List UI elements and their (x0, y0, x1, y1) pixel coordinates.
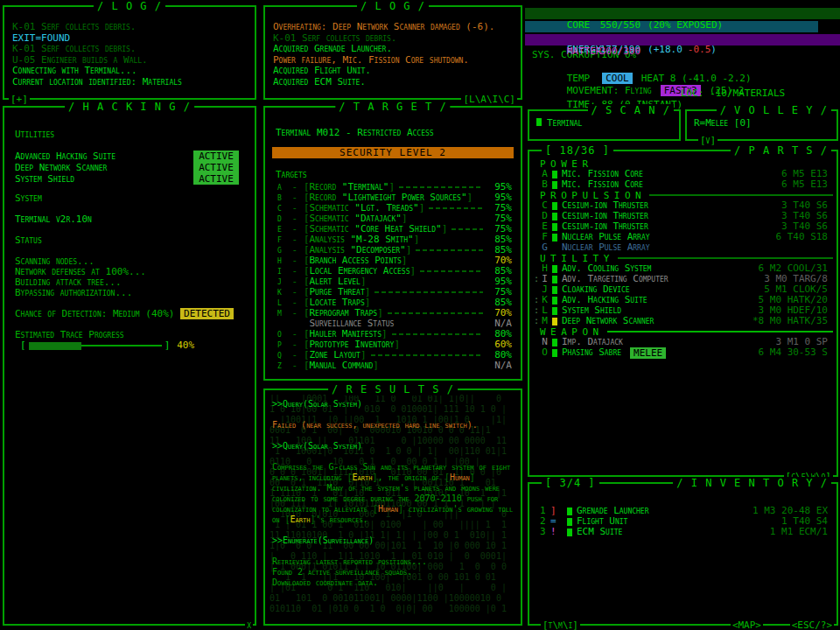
log-expand-button[interactable]: [+] (9, 94, 30, 105)
part-row[interactable]: OPhasing SabreMELEE6 M4 30-53 S (533, 347, 833, 358)
core-exposed-note: (20% EXPOSED) (648, 19, 723, 31)
target-success-chance: N/A (487, 360, 514, 371)
status-hud: CORE550/550(20% EXPOSED) ENERGY177/190(+… (525, 0, 840, 102)
part-state-icon (552, 223, 557, 231)
part-state-icon (552, 181, 557, 189)
hack-results-text: >>Query(Solar System)Failed (near succes… (272, 399, 514, 588)
time-readout: TIME: 88 (0 INSTANT) LOC: -10/MATERIALS (525, 88, 840, 99)
part-state-icon (552, 339, 557, 346)
hack-results-panel: / R E S U L T S / || |0001 100 11 0 01 0… (263, 388, 522, 626)
core-label: CORE (560, 19, 600, 31)
volley-mode-toggle[interactable]: R=Melee [0] (694, 117, 752, 129)
hack-target-panel: / T A R G E T / Terminal M012 - Restrict… (263, 106, 522, 381)
energy-paren: ) (710, 44, 717, 55)
part-state-icon (552, 307, 557, 315)
hack-target-list: a - [Record "Terminal"]95%b - [Record "L… (272, 182, 514, 371)
results-paragraph: >>Query(Solar System) (272, 399, 514, 410)
part-state-icon (552, 244, 557, 252)
part-slot-letter: M (540, 316, 550, 326)
log-panel-title: / L O G / (94, 0, 165, 12)
hacking-panel: / H A C K I N G / Utilities Advanced Hac… (3, 106, 256, 626)
part-row[interactable]: BMic. Fission Core6 M5 E13 (533, 179, 833, 190)
hacking-utilities-list: Advanced Hacking SuiteACTIVEDeep Network… (15, 150, 246, 185)
part-name: Phasing Sabre (562, 347, 621, 358)
map-button[interactable]: <MAP> (731, 620, 763, 630)
part-row[interactable]: GNuclear Pulse Array (533, 242, 833, 253)
log-line: Overheating: Deep Network Scanner damage… (273, 22, 513, 33)
system-header: System (15, 193, 246, 204)
hacking-status-line: Bypassing authorization... (15, 288, 246, 298)
detection-label: Chance of Detection: (15, 309, 113, 319)
hacking-close-button[interactable]: x (245, 620, 253, 630)
part-stats: 6 M5 E13 (781, 179, 833, 190)
part-state-icon (552, 171, 557, 178)
section-divider (607, 331, 833, 332)
hacking-status-lines: Scanning nodes...Network defenses at 100… (15, 256, 246, 298)
part-stats: *8 M0 HATK/35 (752, 316, 833, 326)
inventory-row[interactable]: 3!ECM Suite1 M1 ECM/1 (533, 527, 833, 537)
parts-list: POWERAMic. Fission Core6 M5 E13BMic. Fis… (529, 151, 836, 358)
inventory-count: [ 3/4 ] (542, 477, 599, 489)
part-state-icon (552, 349, 557, 357)
hacking-panel-title: / H A C K I N G / (65, 101, 194, 113)
log-line: U-05 Engineer builds a Wall. (12, 55, 247, 66)
target-machine-heading: Terminal M012 - Restricted Access (272, 127, 514, 138)
part-slot-letter: G (540, 242, 550, 253)
log-lines: K-01 Serf collects debris.EXIT=FOUNDK-01… (4, 7, 255, 88)
hacking-utility-row[interactable]: System ShieldACTIVE (15, 173, 246, 185)
section-divider (649, 194, 833, 196)
item-type-glyph: ! (550, 527, 564, 537)
inventory-list: 1]Grenade Launcher1 M3 20-48 EX2=Flight … (529, 484, 836, 537)
section-divider (597, 163, 833, 164)
location-value: LOC: -10/MATERIALS (681, 88, 785, 99)
log-line: EXIT=FOUND (12, 33, 247, 45)
log-lines: Overheating: Deep Network Scanner damage… (265, 7, 521, 88)
trace-progress-bar: [ ] 40% (15, 340, 246, 351)
log-line: Acquired Flight Unit. (273, 66, 513, 77)
detected-badge: DETECTED (180, 308, 234, 319)
part-name: Deep Network Scanner (562, 316, 654, 326)
volley-expand-toggle[interactable]: [v] (698, 135, 718, 146)
hack-target-row[interactable]: z - [Manual Command]N/A (272, 360, 514, 371)
temperature-readout: TEMPCOOLHEAT 8 (-41.0 -2.2) (525, 61, 840, 73)
log-mode-toggle[interactable]: [L\A\I\C] (461, 94, 517, 105)
scan-target-icon (536, 118, 542, 126)
log-line: K-01 Serf collects debris. (273, 33, 513, 45)
part-state-icon (552, 265, 557, 273)
hacking-utility-row[interactable]: Deep Network ScannerACTIVE (15, 162, 246, 173)
parts-panel: [ 18/36 ] / P A R T S / POWERAMic. Fissi… (528, 150, 838, 477)
part-slot-letter: O (540, 347, 550, 358)
utility-active-badge: ACTIVE (193, 162, 239, 173)
part-slot-letter: B (540, 179, 550, 190)
status-header: Status (15, 235, 246, 246)
section-divider (618, 257, 833, 259)
hacking-utility-row[interactable]: Advanced Hacking SuiteACTIVE (15, 150, 246, 162)
part-state-icon (552, 276, 557, 284)
detection-value: Medium (40%) (113, 309, 174, 319)
log-line: K-01 Serf collects debris. (12, 22, 247, 33)
log-line: Connecting with Terminal... (12, 66, 247, 77)
volley-panel: / V O L L E Y / R=Melee [0] [v] (685, 109, 838, 141)
security-level-bar: SECURITY LEVEL 2 (272, 147, 514, 158)
part-name: Mic. Fission Core (562, 179, 643, 190)
parts-count: [ 18/36 ] (542, 144, 613, 157)
inventory-sort-toggle[interactable]: [t\m\i] (541, 620, 580, 630)
utilities-header: Utilities (15, 130, 246, 140)
trace-progress-track (29, 342, 162, 350)
core-value: 550/550 (600, 19, 640, 31)
log-line: Acquired Grenade Launcher. (273, 44, 513, 55)
inventory-panel: [ 3/4 ] / I N V E N T O R Y / 1]Grenade … (528, 482, 838, 626)
part-stats: 6 T40 S18 (775, 232, 833, 242)
log-line: K-01 Serf collects debris. (12, 44, 247, 55)
targets-list-header: Targets (272, 169, 514, 180)
inventory-panel-title: / I N V E N T O R Y / (673, 477, 831, 489)
part-state-icon (552, 286, 557, 294)
scan-target-name: Terminal (547, 117, 582, 129)
item-state-icon (567, 528, 572, 536)
log-panel-title: / L O G / (357, 0, 429, 12)
part-row[interactable]: :MDeep Network Scanner*8 M0 HATK/35 (533, 316, 833, 326)
results-panel-title: / R E S U L T S / (328, 383, 458, 396)
bar-close-bracket: ] (164, 340, 171, 351)
help-button[interactable]: <ESC/?> (790, 620, 834, 630)
log-panel-main: / L O G / Overheating: Deep Network Scan… (263, 5, 522, 100)
